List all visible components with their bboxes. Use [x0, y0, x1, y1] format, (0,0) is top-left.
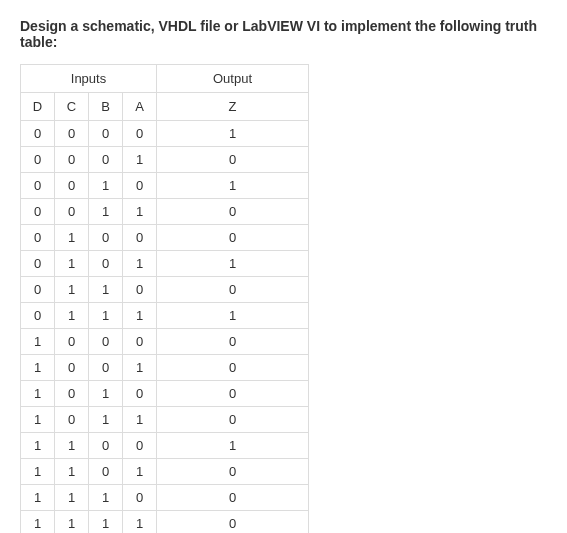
inputs-group-header: Inputs: [21, 65, 157, 93]
table-row: 10010: [21, 355, 309, 381]
cell-b: 0: [89, 225, 123, 251]
cell-z: 0: [157, 225, 309, 251]
cell-a: 0: [123, 381, 157, 407]
cell-c: 1: [55, 277, 89, 303]
output-group-header: Output: [157, 65, 309, 93]
cell-c: 0: [55, 355, 89, 381]
question-heading: Design a schematic, VHDL file or LabVIEW…: [20, 18, 547, 50]
cell-c: 1: [55, 459, 89, 485]
cell-z: 0: [157, 459, 309, 485]
table-row: 11001: [21, 433, 309, 459]
cell-c: 0: [55, 381, 89, 407]
table-row: 01000: [21, 225, 309, 251]
cell-a: 1: [123, 459, 157, 485]
cell-b: 1: [89, 277, 123, 303]
cell-a: 1: [123, 147, 157, 173]
cell-c: 1: [55, 225, 89, 251]
col-header-d: D: [21, 93, 55, 121]
cell-b: 1: [89, 511, 123, 534]
table-row: 11100: [21, 485, 309, 511]
cell-d: 1: [21, 355, 55, 381]
cell-a: 0: [123, 329, 157, 355]
cell-b: 1: [89, 381, 123, 407]
cell-b: 1: [89, 407, 123, 433]
cell-b: 1: [89, 173, 123, 199]
cell-b: 0: [89, 251, 123, 277]
cell-z: 0: [157, 381, 309, 407]
cell-b: 0: [89, 121, 123, 147]
table-row: 01100: [21, 277, 309, 303]
cell-z: 0: [157, 147, 309, 173]
cell-z: 0: [157, 355, 309, 381]
cell-z: 1: [157, 121, 309, 147]
cell-a: 0: [123, 277, 157, 303]
cell-b: 1: [89, 485, 123, 511]
cell-a: 1: [123, 355, 157, 381]
table-row: 00001: [21, 121, 309, 147]
truth-table-body: 0000100010001010011001000010110110001111…: [21, 121, 309, 534]
cell-d: 0: [21, 199, 55, 225]
cell-d: 0: [21, 225, 55, 251]
cell-b: 0: [89, 433, 123, 459]
cell-c: 0: [55, 329, 89, 355]
table-row: 11010: [21, 459, 309, 485]
cell-d: 1: [21, 485, 55, 511]
cell-a: 1: [123, 407, 157, 433]
cell-a: 0: [123, 121, 157, 147]
table-row: 10110: [21, 407, 309, 433]
cell-d: 1: [21, 433, 55, 459]
cell-d: 0: [21, 121, 55, 147]
cell-c: 0: [55, 147, 89, 173]
cell-b: 0: [89, 147, 123, 173]
cell-b: 1: [89, 303, 123, 329]
cell-a: 0: [123, 173, 157, 199]
cell-c: 0: [55, 173, 89, 199]
table-row: 00010: [21, 147, 309, 173]
cell-d: 0: [21, 251, 55, 277]
table-row: 01111: [21, 303, 309, 329]
cell-d: 1: [21, 459, 55, 485]
cell-d: 1: [21, 407, 55, 433]
table-row: 01011: [21, 251, 309, 277]
cell-z: 1: [157, 303, 309, 329]
cell-z: 1: [157, 251, 309, 277]
cell-b: 0: [89, 355, 123, 381]
cell-b: 0: [89, 459, 123, 485]
cell-z: 1: [157, 173, 309, 199]
cell-z: 0: [157, 329, 309, 355]
cell-d: 0: [21, 173, 55, 199]
cell-d: 0: [21, 303, 55, 329]
cell-d: 0: [21, 277, 55, 303]
cell-d: 0: [21, 147, 55, 173]
cell-z: 0: [157, 511, 309, 534]
table-group-header-row: Inputs Output: [21, 65, 309, 93]
table-col-header-row: D C B A Z: [21, 93, 309, 121]
cell-a: 1: [123, 199, 157, 225]
truth-table: Inputs Output D C B A Z 0000100010001010…: [20, 64, 309, 533]
table-row: 00110: [21, 199, 309, 225]
cell-c: 1: [55, 251, 89, 277]
cell-b: 1: [89, 199, 123, 225]
cell-z: 0: [157, 199, 309, 225]
table-row: 00101: [21, 173, 309, 199]
cell-a: 1: [123, 511, 157, 534]
cell-c: 0: [55, 407, 89, 433]
cell-d: 1: [21, 381, 55, 407]
cell-c: 1: [55, 303, 89, 329]
cell-a: 0: [123, 485, 157, 511]
table-row: 10100: [21, 381, 309, 407]
cell-a: 0: [123, 433, 157, 459]
col-header-b: B: [89, 93, 123, 121]
table-row: 11110: [21, 511, 309, 534]
cell-c: 1: [55, 433, 89, 459]
cell-z: 0: [157, 485, 309, 511]
cell-d: 1: [21, 329, 55, 355]
col-header-c: C: [55, 93, 89, 121]
cell-z: 0: [157, 407, 309, 433]
cell-c: 1: [55, 511, 89, 534]
table-row: 10000: [21, 329, 309, 355]
cell-a: 0: [123, 225, 157, 251]
cell-b: 0: [89, 329, 123, 355]
cell-c: 1: [55, 485, 89, 511]
col-header-a: A: [123, 93, 157, 121]
